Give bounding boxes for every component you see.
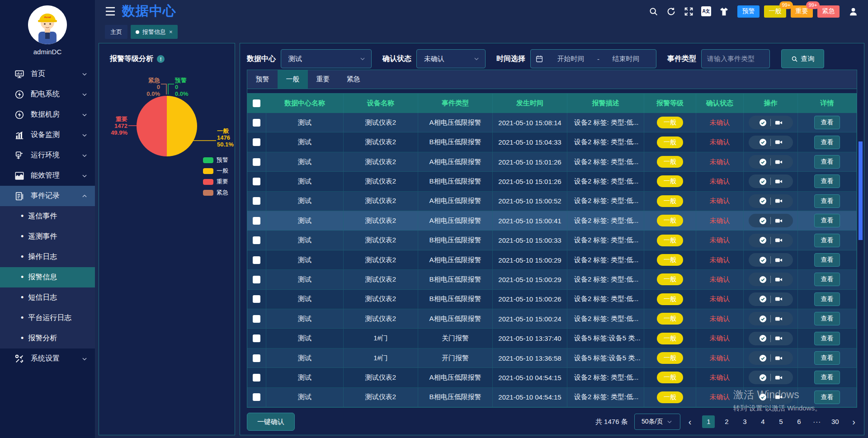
user-icon[interactable] (848, 6, 858, 16)
camera-icon[interactable] (771, 295, 786, 303)
row-checkbox[interactable] (253, 217, 260, 225)
sidebar-item-1[interactable]: 配电系统 (0, 84, 95, 104)
camera-icon[interactable] (771, 118, 786, 127)
camera-icon[interactable] (771, 217, 786, 225)
select-all-checkbox[interactable] (253, 99, 260, 107)
sidebar-subitem-0[interactable]: •遥信事件 (0, 206, 95, 226)
avatar[interactable]: Acrel (28, 5, 67, 44)
camera-icon[interactable] (771, 354, 786, 363)
view-button[interactable]: 查看 (814, 116, 840, 129)
camera-icon[interactable] (771, 256, 786, 264)
page-···[interactable]: ··· (811, 415, 823, 428)
view-button[interactable]: 查看 (814, 155, 840, 169)
sidebar-subitem-2[interactable]: •操作日志 (0, 247, 95, 267)
alarm-tab-2[interactable]: 重要 (308, 70, 338, 89)
fullscreen-icon[interactable] (684, 6, 693, 16)
sidebar-subitem-3[interactable]: •报警信息 (0, 267, 95, 287)
camera-icon[interactable] (771, 177, 786, 186)
refresh-icon[interactable] (666, 6, 676, 16)
alarm-tab-1[interactable]: 一般 (278, 70, 308, 89)
sidebar-item-6[interactable]: 事件记录 (0, 186, 95, 206)
alarm-tab-3[interactable]: 紧急 (338, 70, 368, 89)
sidebar-item-2[interactable]: 数据机房 (0, 104, 95, 125)
view-button[interactable]: 查看 (814, 136, 840, 149)
view-button[interactable]: 查看 (814, 332, 840, 345)
confirm-icon[interactable] (755, 158, 770, 166)
search-icon[interactable] (648, 6, 658, 16)
row-checkbox[interactable] (253, 334, 260, 342)
next-page-icon[interactable]: › (850, 417, 857, 427)
sidebar-item-4[interactable]: 运行环境 (0, 145, 95, 165)
close-icon[interactable]: × (169, 28, 173, 35)
view-button[interactable]: 查看 (814, 273, 840, 286)
camera-icon[interactable] (771, 373, 786, 382)
tab-home[interactable]: 主页 (105, 25, 127, 39)
view-button[interactable]: 查看 (814, 312, 840, 325)
datacenter-select[interactable]: 测试 (281, 49, 372, 68)
confirm-icon[interactable] (755, 315, 770, 323)
row-checkbox[interactable] (253, 276, 260, 283)
confirm-icon[interactable] (755, 393, 770, 401)
page-30[interactable]: 30 (829, 415, 841, 428)
row-checkbox[interactable] (253, 256, 260, 264)
view-button[interactable]: 查看 (814, 391, 840, 404)
view-button[interactable]: 查看 (814, 214, 840, 227)
alarm-tab-0[interactable]: 预警 (247, 70, 278, 89)
view-button[interactable]: 查看 (814, 253, 840, 267)
row-checkbox[interactable] (253, 354, 260, 362)
prev-page-icon[interactable]: ‹ (687, 417, 693, 427)
confirm-icon[interactable] (755, 138, 770, 146)
confirm-icon[interactable] (755, 256, 770, 264)
row-checkbox[interactable] (253, 236, 260, 244)
sidebar-subitem-6[interactable]: •报警分析 (0, 328, 95, 349)
row-checkbox[interactable] (253, 393, 260, 401)
confirm-icon[interactable] (755, 236, 770, 245)
page-4[interactable]: 4 (756, 415, 769, 428)
view-button[interactable]: 查看 (814, 292, 840, 306)
confirm-icon[interactable] (755, 334, 770, 343)
scrollbar[interactable] (859, 141, 863, 240)
row-checkbox[interactable] (253, 197, 260, 205)
camera-icon[interactable] (771, 197, 786, 205)
query-button[interactable]: 查询 (781, 49, 824, 68)
menu-toggle-icon[interactable] (105, 7, 116, 16)
alarm-button-3[interactable]: 紧急 (817, 5, 840, 18)
status-select[interactable]: 未确认 (416, 49, 486, 68)
page-6[interactable]: 6 (793, 415, 805, 428)
page-2[interactable]: 2 (720, 415, 733, 428)
sidebar-subitem-4[interactable]: •短信日志 (0, 287, 95, 308)
page-5[interactable]: 5 (774, 415, 787, 428)
event-type-input[interactable]: 请输入事件类型 (701, 49, 770, 68)
sidebar-item-7[interactable]: 系统设置 (0, 349, 95, 369)
row-checkbox[interactable] (253, 119, 260, 127)
camera-icon[interactable] (771, 315, 786, 323)
confirm-icon[interactable] (755, 275, 770, 284)
theme-icon[interactable] (719, 6, 729, 16)
camera-icon[interactable] (771, 158, 786, 166)
sidebar-subitem-1[interactable]: •遥测事件 (0, 226, 95, 247)
language-icon[interactable]: A文 (701, 6, 711, 16)
confirm-icon[interactable] (755, 177, 770, 186)
view-button[interactable]: 查看 (814, 351, 840, 365)
tab-alarm-info[interactable]: 报警信息 × (131, 25, 178, 39)
date-range-picker[interactable]: 开始时间 - 结束时间 (530, 49, 656, 68)
camera-icon[interactable] (771, 236, 786, 245)
row-checkbox[interactable] (253, 138, 260, 146)
camera-icon[interactable] (771, 334, 786, 343)
confirm-icon[interactable] (755, 118, 770, 127)
sidebar-item-0[interactable]: 首页 (0, 64, 95, 84)
row-checkbox[interactable] (253, 315, 260, 323)
row-checkbox[interactable] (253, 374, 260, 381)
row-checkbox[interactable] (253, 178, 260, 185)
sidebar-item-5[interactable]: 能效管理 (0, 165, 95, 186)
confirm-icon[interactable] (755, 295, 770, 303)
view-button[interactable]: 查看 (814, 234, 840, 247)
row-checkbox[interactable] (253, 158, 260, 166)
confirm-icon[interactable] (755, 373, 770, 382)
view-button[interactable]: 查看 (814, 371, 840, 384)
view-button[interactable]: 查看 (814, 174, 840, 188)
alarm-button-0[interactable]: 预警 (737, 5, 760, 18)
camera-icon[interactable] (771, 138, 786, 146)
camera-icon[interactable] (771, 393, 786, 401)
confirm-icon[interactable] (755, 197, 770, 205)
